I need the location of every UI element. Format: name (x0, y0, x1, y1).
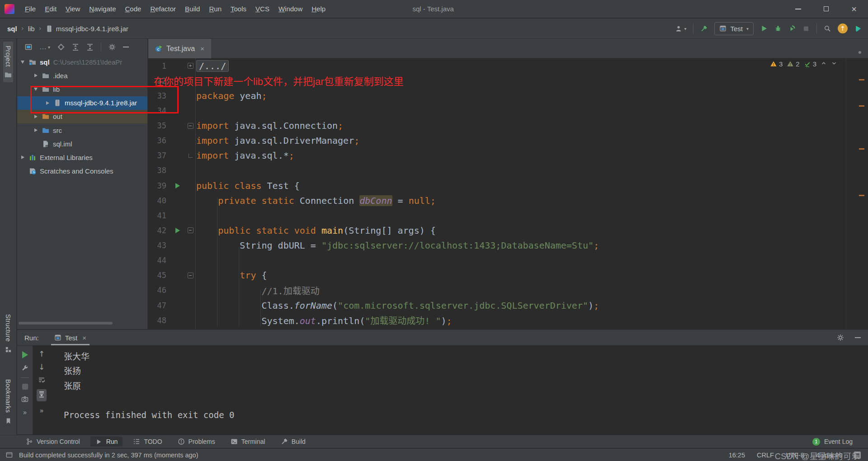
down-stack-trace-button[interactable]: ↓ (38, 363, 45, 371)
gear-icon[interactable] (837, 334, 844, 341)
fold-end-icon[interactable] (189, 154, 193, 158)
code-line-48[interactable]: 48 System.out.println("加载驱动成功! "); (148, 313, 868, 328)
code-line-41[interactable]: 41 (148, 208, 868, 223)
code-line-45[interactable]: 45− try { (148, 268, 868, 283)
toolwindow-button-version-control[interactable]: Version Control (21, 437, 85, 447)
more-actions-button[interactable]: » (23, 409, 27, 417)
status-widget-utf-8[interactable]: UTF-8 (786, 452, 804, 459)
debug-button[interactable] (774, 25, 782, 32)
code-line-35[interactable]: 35−import java.sql.Connection; (148, 118, 868, 133)
chevron-right-icon[interactable] (44, 100, 51, 106)
tree-item-.idea[interactable]: .idea (17, 69, 147, 82)
error-stripe-mark[interactable] (859, 79, 864, 80)
menu-build[interactable]: Build (180, 4, 204, 14)
scroll-to-end-button[interactable] (37, 389, 47, 401)
toolwindow-button-run[interactable]: Run (90, 437, 123, 447)
horizontal-scrollbar[interactable] (19, 322, 113, 325)
inspection-insp-ok[interactable]: 3 (804, 60, 816, 68)
run-tab-test[interactable]: Test × (50, 330, 91, 345)
inspection-insp-weak[interactable]: 2 (787, 60, 799, 68)
close-icon[interactable]: × (82, 334, 86, 342)
close-icon[interactable]: × (200, 45, 204, 52)
code-with-me-icon[interactable] (854, 25, 862, 32)
project-view-menu[interactable]: …▾ (39, 43, 50, 51)
expand-all-button[interactable] (72, 43, 79, 51)
prev-problem-icon[interactable] (821, 60, 827, 68)
fold-collapse-icon[interactable]: − (188, 227, 193, 233)
tree-item-src[interactable]: src (17, 123, 147, 137)
chevron-down-icon[interactable] (33, 86, 39, 92)
status-widget-4-spaces[interactable]: 4 spaces (816, 452, 842, 459)
stop-button[interactable] (22, 384, 28, 390)
run-button[interactable] (760, 25, 768, 32)
error-stripe-mark[interactable] (859, 148, 864, 150)
code-line-44[interactable]: 44 (148, 253, 868, 268)
code-line-33[interactable]: 33package yeah; (148, 88, 868, 103)
menu-window[interactable]: Window (274, 4, 307, 14)
breadcrumb-file[interactable]: mssql-jdbc-9.4.1.jre8.jar (46, 25, 128, 33)
editor-tab-test-java[interactable]: c Test.java × (148, 39, 211, 58)
code-line-40[interactable]: 40 private static Connection dbConn = nu… (148, 193, 868, 208)
maximize-button[interactable] (812, 0, 840, 18)
tree-item-Scratches and Consoles[interactable]: Scratches and Consoles (17, 165, 147, 178)
profile-button[interactable]: ▾ (675, 25, 686, 32)
tree-item-mssql-jdbc-9.4.1.jre8.jar[interactable]: mssql-jdbc-9.4.1.jre8.jar (17, 96, 147, 110)
code-line-47[interactable]: 47 Class.forName("com.microsoft.sqlserve… (148, 298, 868, 313)
project-view-icon[interactable] (25, 43, 32, 51)
camera-icon[interactable] (21, 395, 28, 403)
code-line-36[interactable]: 36import java.sql.DriverManager; (148, 133, 868, 148)
code-line-46[interactable]: 46 //1.加载驱动 (148, 283, 868, 298)
stop-button[interactable] (802, 25, 810, 32)
menu-refactor[interactable]: Refactor (146, 4, 180, 14)
code-line-38[interactable]: 38 (148, 163, 868, 178)
fold-collapse-icon[interactable]: − (188, 123, 193, 129)
run-gutter-icon[interactable] (175, 228, 180, 233)
rerun-button[interactable] (22, 351, 28, 358)
menu-tools[interactable]: Tools (226, 4, 251, 14)
breadcrumb-lib[interactable]: lib (28, 25, 35, 33)
chevron-down-icon[interactable] (19, 59, 26, 65)
hide-tool-window-button[interactable] (123, 47, 129, 47)
code-editor[interactable]: 1+/.../3233package yeah;3435−import java… (148, 58, 868, 329)
run-configuration-select[interactable]: Test ▾ (714, 22, 754, 35)
menu-vcs[interactable]: VCS (251, 4, 274, 14)
close-button[interactable]: × (840, 0, 868, 18)
menu-file[interactable]: File (20, 4, 40, 14)
tree-item-External Libraries[interactable]: External Libraries (17, 151, 147, 164)
event-log-button[interactable]: 1 Event Log (812, 438, 853, 446)
error-stripe-mark[interactable] (859, 105, 864, 107)
wrench-icon[interactable] (21, 364, 28, 372)
status-message[interactable]: Build completed successfully in 2 sec, 3… (19, 452, 198, 459)
status-widget-16-25[interactable]: 16:25 (729, 452, 745, 459)
chevron-right-icon[interactable] (33, 113, 39, 120)
toolwindow-button-terminal[interactable]: Terminal (226, 437, 270, 447)
minimize-button[interactable] (784, 0, 812, 18)
code-line-42[interactable]: 42− public static void main(String[] arg… (148, 223, 868, 238)
run-console[interactable]: 张大华张扬张原Process finished with exit code 0 (50, 346, 868, 434)
tree-item-out[interactable]: out (17, 110, 147, 123)
code-line-1[interactable]: 1+/.../ (148, 58, 868, 73)
build-project-button[interactable] (700, 25, 708, 32)
chevron-right-icon[interactable] (19, 154, 26, 160)
tree-item-lib[interactable]: lib (17, 82, 147, 96)
chevron-right-icon[interactable] (33, 72, 39, 79)
stripe-tab-bookmarks[interactable]: Bookmarks (3, 375, 13, 428)
more-actions-button[interactable]: » (39, 407, 43, 415)
search-everywhere-button[interactable] (824, 25, 831, 32)
stripe-tab-structure[interactable]: Structure (3, 310, 13, 357)
gear-icon[interactable] (108, 43, 116, 51)
menu-navigate[interactable]: Navigate (85, 4, 120, 14)
up-stack-trace-button[interactable]: ↑ (38, 350, 45, 358)
code-line-37[interactable]: 37import java.sql.*; (148, 148, 868, 163)
error-stripe-mark[interactable] (859, 195, 864, 196)
menu-help[interactable]: Help (307, 4, 330, 14)
soft-wrap-button[interactable] (38, 376, 45, 384)
next-problem-icon[interactable] (831, 60, 837, 68)
stripe-tab-project[interactable]: Project (3, 42, 13, 82)
toolwindow-button-build[interactable]: Build (276, 437, 311, 447)
chevron-right-icon[interactable] (33, 127, 39, 133)
tree-item-sql[interactable]: sqlC:\Users\12851\IdeaPr (17, 55, 147, 69)
menu-edit[interactable]: Edit (40, 4, 61, 14)
status-widget-crlf[interactable]: CRLF (757, 452, 774, 459)
fold-collapse-icon[interactable]: − (188, 273, 193, 278)
